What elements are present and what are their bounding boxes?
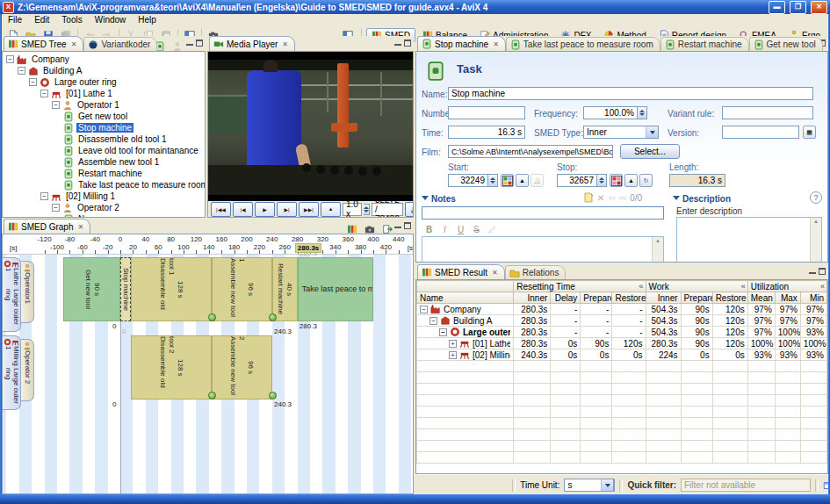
previous-note-icon[interactable]: ⇦ [608, 193, 615, 203]
operator-tab-operator1[interactable]: Operator1 [21, 261, 34, 323]
minimize-panel-icon[interactable] [186, 40, 193, 47]
start-marker-icon[interactable]: ▲ [516, 174, 529, 187]
tab-take-last-peace-to-measure-room[interactable]: Take last peace to measure room [506, 37, 660, 51]
expander-icon[interactable]: − [420, 306, 428, 313]
expander-icon[interactable]: − [429, 317, 437, 325]
tree-item--02-milling-1[interactable]: −[02] Milling 1 [3, 191, 205, 202]
tree-item-leave-old-tool-for-maintanance[interactable]: Leave old tool for maintanance [3, 145, 205, 156]
italic-button[interactable]: I [437, 222, 452, 236]
column-header-min[interactable]: Min [800, 292, 826, 304]
stop-marker-icon[interactable]: ▲ [624, 174, 638, 187]
result-row-large-outer-ring[interactable]: −Large outer ring280.3s---504.3s90s120s9… [417, 327, 827, 338]
tab-media-player[interactable]: Media Player ✕ [209, 36, 295, 51]
minimize-panel-icon[interactable] [394, 222, 401, 229]
time-cursor-badge[interactable]: 280.3s [295, 243, 321, 253]
column-header-prepare[interactable]: Prepare [581, 292, 612, 304]
column-header-prepare[interactable]: Prepare [681, 292, 712, 304]
help-icon[interactable]: ? [810, 191, 822, 204]
bold-button[interactable]: B [422, 222, 437, 236]
column-header-restore[interactable]: Restore [712, 292, 747, 304]
column-header-name[interactable]: Name [417, 292, 514, 304]
tab-get-new-tool[interactable]: Get new tool [749, 37, 823, 51]
tab-relations[interactable]: Relations [505, 265, 567, 279]
smed-type-dropdown-icon[interactable] [646, 126, 659, 139]
task-bar-disassemble-old-tool-2[interactable]: Disassemble old tool 2128 s [131, 335, 212, 400]
time-unit-dropdown-icon[interactable] [601, 479, 614, 492]
speed-box[interactable]: 1.0 x [343, 203, 362, 216]
column-header-delay[interactable]: Delay [551, 292, 581, 304]
tree-item-assemble-new-tool-1[interactable]: Assemble new tool 1 [3, 156, 205, 168]
underline-button[interactable]: U [453, 222, 468, 236]
description-textarea[interactable]: ▲▼ [676, 217, 822, 263]
description-section-header[interactable]: Description [673, 194, 731, 204]
column-header-inner[interactable]: Inner [646, 292, 681, 304]
machine-tab-lathe-1[interactable]: Lathe 1Large outer ring [3, 257, 21, 332]
task-bar-disassemble-old-tool-1[interactable]: Disassemble old tool 1128 s [131, 257, 212, 321]
result-window-buttons[interactable] [809, 268, 826, 275]
tree-item-take-last-peace-to-measure-room[interactable]: Take last peace to measure room [3, 179, 205, 191]
marker-button[interactable]: ▲ [321, 202, 341, 217]
note-body-textarea[interactable]: ▲▼ [422, 236, 664, 263]
task-bar-take-last-peace-to-measure-[interactable]: Take last peace to measure... [298, 257, 373, 321]
next-note-icon[interactable]: ⇨ [619, 193, 626, 203]
delete-note-icon[interactable]: ✕ [597, 193, 604, 203]
expander-icon[interactable]: − [52, 101, 60, 109]
expander-icon[interactable]: − [6, 55, 14, 63]
link-dot-icon[interactable] [269, 392, 277, 400]
version-field[interactable] [722, 126, 799, 139]
result-row-building-a[interactable]: −Building A280.3s---504.3s90s120s97%97%9… [417, 315, 827, 327]
close-tab-icon[interactable]: ✕ [282, 40, 288, 48]
expander-icon[interactable]: − [29, 78, 37, 86]
media-window-buttons[interactable] [394, 40, 411, 47]
smed-tree-window-buttons[interactable] [186, 40, 203, 47]
tree-item-building-a[interactable]: −Building A [3, 65, 205, 76]
result-row-company[interactable]: −Company280.3s---504.3s90s120s97%97%97% [417, 304, 827, 315]
jump-start-button[interactable]: |◀◀ [211, 202, 231, 217]
collapse-description-icon[interactable] [673, 196, 680, 204]
start-spinner[interactable] [488, 174, 498, 187]
expander-icon[interactable]: − [40, 90, 48, 97]
menu-window[interactable]: Window [89, 14, 133, 26]
menu-file[interactable]: File [2, 14, 28, 26]
tab-variantkoder[interactable]: Variantkoder [83, 37, 157, 51]
tree-item-operator-1[interactable]: −Operator 1 [3, 99, 205, 111]
expander-icon[interactable]: + [449, 340, 457, 348]
new-note-icon[interactable] [583, 192, 594, 203]
collapse-notes-icon[interactable] [422, 196, 429, 204]
name-field[interactable]: Stop machine [448, 87, 813, 100]
tree-item-restart-machine[interactable]: Restart machine [3, 168, 205, 179]
task-bar-stop-machine[interactable]: Stop machine [120, 257, 131, 321]
link-dot-icon[interactable] [208, 392, 216, 400]
result-row--02-milling-1[interactable]: +[02] Milling 1240.3s0s0s0s224s0s0s93%93… [417, 349, 827, 361]
expander-icon[interactable]: + [449, 351, 457, 359]
task-bar-assemble-new-tool-2[interactable]: Assemble new tool 296 s [212, 335, 272, 400]
maximize-panel-icon[interactable] [196, 40, 203, 47]
maximize-panel-icon[interactable] [404, 222, 411, 229]
tree-item-company[interactable]: −Company [3, 54, 205, 65]
time-field[interactable]: 16.3 s [448, 126, 525, 139]
strikethrough-button[interactable]: S [469, 222, 484, 236]
step-back-button[interactable]: |◀ [233, 202, 253, 217]
column-header-max[interactable]: Max [775, 292, 800, 304]
maximize-panel-icon[interactable] [404, 40, 411, 47]
start-bell-icon[interactable]: 🔔 [530, 174, 544, 187]
minimize-panel-icon[interactable] [394, 40, 401, 47]
stop-field[interactable]: 32657 [557, 174, 597, 187]
quick-filter-input[interactable]: Filter not available [681, 479, 811, 492]
tree-item-stop-machine[interactable]: Stop machine [3, 122, 205, 133]
expander-icon[interactable]: − [439, 328, 447, 336]
notes-section-header[interactable]: Notes [422, 194, 456, 204]
time-unit-combo[interactable]: s [564, 479, 615, 492]
tab-stop-machine[interactable]: Stop machine✕ [417, 36, 506, 51]
expander-icon[interactable]: − [18, 67, 25, 75]
tree-item-operator-2[interactable]: −Operator 2 [3, 202, 205, 213]
close-tab-icon[interactable]: ✕ [71, 40, 77, 48]
tab-restart-machine[interactable]: Restart machine [660, 37, 749, 51]
variant-rule-field[interactable] [722, 106, 813, 119]
note-title-input[interactable] [422, 206, 664, 220]
expander-icon[interactable]: − [52, 204, 60, 212]
task-bar-assemble-new-tool-1[interactable]: Assemble new tool 196 s [212, 257, 272, 321]
start-field[interactable]: 32249 [448, 174, 488, 187]
tree-item--01-lathe-1[interactable]: −[01] Lathe 1 [3, 88, 205, 99]
tree-item-no-name[interactable]: No name [3, 213, 205, 218]
